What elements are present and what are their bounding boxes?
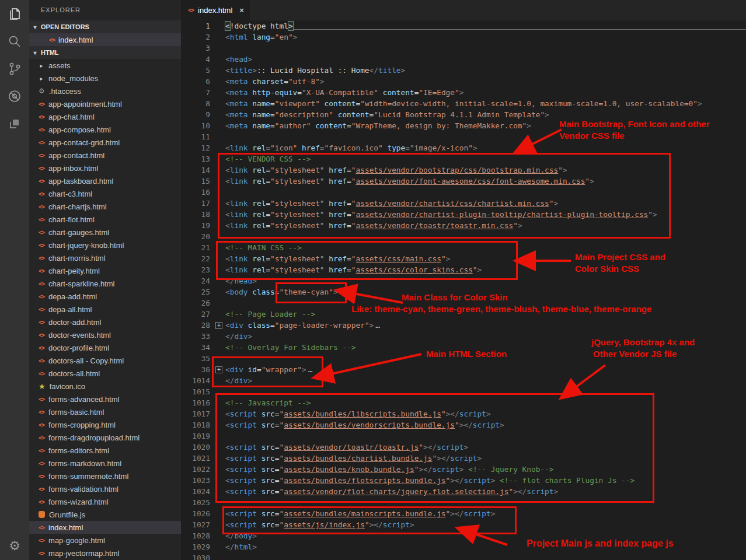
code-line[interactable]: 6<meta charset="utf-8"> xyxy=(181,76,746,87)
code-line[interactable]: 1019 xyxy=(181,430,746,442)
code-line[interactable]: 18<link rel="stylesheet" href="assets/ve… xyxy=(181,209,746,220)
code-line[interactable]: 23<link rel="stylesheet" href="assets/cs… xyxy=(181,264,746,275)
code-editor[interactable]: 1<!doctype html>2<html lang="en">34<head… xyxy=(181,20,746,560)
code-line[interactable]: 1018<script src="assets/bundles/vendorsc… xyxy=(181,419,746,430)
code-line[interactable]: 15<link rel="stylesheet" href="assets/ve… xyxy=(181,176,746,187)
code-line[interactable]: 1025 xyxy=(181,497,746,508)
code-line[interactable]: 1026<script src="assets/bundles/mainscri… xyxy=(181,508,746,519)
code-line[interactable]: 1<!doctype html> xyxy=(181,20,746,32)
file-row[interactable]: <>app-appointment.html xyxy=(29,97,181,110)
extensions-icon[interactable] xyxy=(0,110,29,137)
code-line[interactable]: 20 xyxy=(181,231,746,242)
code-line[interactable]: 21<!-- MAIN CSS --> xyxy=(181,242,746,253)
file-row[interactable]: <>chart-morris.html xyxy=(29,251,181,264)
code-line[interactable]: 1028</body> xyxy=(181,530,746,541)
file-row[interactable]: <>forms-wizard.html xyxy=(29,495,181,508)
file-row[interactable]: <>app-taskboard.html xyxy=(29,174,181,187)
close-icon[interactable]: × xyxy=(239,6,244,15)
code-line[interactable]: 36+<div id="wrapper">… xyxy=(181,364,746,375)
fold-icon[interactable]: + xyxy=(215,322,222,329)
code-line[interactable]: 33</div> xyxy=(181,331,746,342)
source-control-icon[interactable] xyxy=(0,55,29,82)
file-row[interactable]: <>forms-dragdropupload.html xyxy=(29,431,181,444)
file-row[interactable]: ▸assets xyxy=(29,59,181,72)
code-line[interactable]: 1021<script src="assets/bundles/chartist… xyxy=(181,453,746,464)
code-line[interactable]: 7<meta http-equiv="X-UA-Compatible" cont… xyxy=(181,87,746,98)
code-line[interactable]: 1030 xyxy=(181,552,746,560)
file-row[interactable]: <>forms-basic.html xyxy=(29,405,181,418)
code-line[interactable]: 8<meta name="viewport" content="width=de… xyxy=(181,98,746,109)
file-row[interactable]: <>chart-c3.html xyxy=(29,187,181,200)
file-row[interactable]: <>forms-summernote.html xyxy=(29,470,181,482)
code-line[interactable]: 3 xyxy=(181,43,746,54)
settings-gear-icon[interactable]: ⚙ xyxy=(0,533,29,559)
code-line[interactable]: 1020<script src="assets/vendor/toastr/to… xyxy=(181,442,746,453)
code-line[interactable]: 1022<script src="assets/bundles/knob.bun… xyxy=(181,464,746,475)
code-line[interactable]: 13<!-- VENDOR CSS --> xyxy=(181,153,746,164)
fold-icon[interactable]: + xyxy=(215,366,222,373)
code-line[interactable]: 5<title>:: Lucid Hospital :: Home</title… xyxy=(181,65,746,76)
file-row[interactable]: <>forms-advanced.html xyxy=(29,393,181,405)
file-row[interactable]: <>depa-all.html xyxy=(29,303,181,316)
code-line[interactable]: 1024<script src="assets/vendor/flot-char… xyxy=(181,486,746,497)
file-row[interactable]: <>chart-sparkline.html xyxy=(29,277,181,290)
code-line[interactable]: 19<link rel="stylesheet" href="assets/ve… xyxy=(181,220,746,231)
code-line[interactable]: 28+<div class="page-loader-wrapper">… xyxy=(181,320,746,331)
code-line[interactable]: 1016<!-- Javascript --> xyxy=(181,397,746,408)
file-row[interactable]: <>forms-markdown.html xyxy=(29,457,181,470)
section-html-folder[interactable]: ▾ HTML xyxy=(29,46,181,59)
code-line[interactable]: 22<link rel="stylesheet" href="assets/cs… xyxy=(181,253,746,264)
file-row[interactable]: <>chart-jquery-knob.html xyxy=(29,239,181,251)
file-row[interactable]: <>chart-chartjs.html xyxy=(29,200,181,213)
file-row[interactable]: <>doctors-all.html xyxy=(29,367,181,380)
code-line[interactable]: 9<meta name="description" content="Lucid… xyxy=(181,109,746,120)
file-row[interactable]: <>forms-validation.html xyxy=(29,482,181,495)
file-row[interactable]: <>chart-gauges.html xyxy=(29,226,181,239)
search-icon[interactable] xyxy=(0,27,29,55)
file-row[interactable]: <>forms-editors.html xyxy=(29,444,181,457)
code-line[interactable]: 4<head> xyxy=(181,54,746,65)
code-line[interactable]: 27<!-- Page Loader --> xyxy=(181,309,746,320)
code-line[interactable]: 10<meta name="author" content="WrapTheme… xyxy=(181,120,746,131)
file-row[interactable]: Gruntfile.js xyxy=(29,508,181,521)
code-line[interactable]: 26 xyxy=(181,298,746,309)
code-line[interactable]: 16 xyxy=(181,187,746,198)
file-row[interactable]: <>chart-flot.html xyxy=(29,213,181,226)
explorer-icon[interactable] xyxy=(0,0,29,27)
file-row[interactable]: <>app-compose.html xyxy=(29,123,181,136)
code-line[interactable]: 25<body class="theme-cyan"> xyxy=(181,286,746,298)
tab-index-html[interactable]: <> index.html × xyxy=(181,0,250,20)
code-line[interactable]: 14<link rel="stylesheet" href="assets/ve… xyxy=(181,164,746,176)
file-row[interactable]: <>forms-cropping.html xyxy=(29,418,181,431)
code-line[interactable]: 17<link rel="stylesheet" href="assets/ve… xyxy=(181,198,746,209)
code-line[interactable]: 1023<script src="assets/bundles/flotscri… xyxy=(181,475,746,486)
file-row[interactable]: <>doctor-add.html xyxy=(29,316,181,328)
code-line[interactable]: 24</head> xyxy=(181,275,746,286)
file-row[interactable]: ⚙.htaccess xyxy=(29,85,181,97)
file-row[interactable]: <>map-google.html xyxy=(29,534,181,547)
file-row[interactable]: <>app-contact.html xyxy=(29,149,181,162)
code-line[interactable]: 34<!-- Overlay For Sidebars --> xyxy=(181,342,746,353)
code-line[interactable]: 12<link rel="icon" href="favicon.ico" ty… xyxy=(181,142,746,153)
code-line[interactable]: 1015 xyxy=(181,386,746,397)
file-row[interactable]: ★favicon.ico xyxy=(29,380,181,393)
code-line[interactable]: 1029</html> xyxy=(181,541,746,552)
code-line[interactable]: 1027<script src="assets/js/index.js"></s… xyxy=(181,519,746,530)
code-line[interactable]: 2<html lang="en"> xyxy=(181,32,746,43)
file-row[interactable]: <>app-contact-grid.html xyxy=(29,136,181,149)
code-line[interactable]: 11 xyxy=(181,131,746,142)
section-open-editors[interactable]: ▾ OPEN EDITORS xyxy=(29,20,181,33)
file-row[interactable]: <>app-inbox.html xyxy=(29,162,181,174)
file-row[interactable]: <>doctor-profile.html xyxy=(29,341,181,354)
file-row[interactable]: <>chart-peity.html xyxy=(29,264,181,277)
file-row[interactable]: <>doctor-events.html xyxy=(29,328,181,341)
file-row[interactable]: ▸node_modules xyxy=(29,72,181,85)
debug-icon[interactable] xyxy=(0,82,29,110)
file-row[interactable]: <>index.html xyxy=(29,521,181,534)
file-row[interactable]: <>depa-add.html xyxy=(29,290,181,303)
code-line[interactable]: 1017<script src="assets/bundles/libscrip… xyxy=(181,408,746,419)
code-line[interactable]: 35 xyxy=(181,353,746,364)
file-row[interactable]: <>map-jvectormap.html xyxy=(29,547,181,559)
open-editor-index-html[interactable]: <> index.html xyxy=(29,33,181,46)
code-line[interactable]: 1014</div> xyxy=(181,375,746,386)
